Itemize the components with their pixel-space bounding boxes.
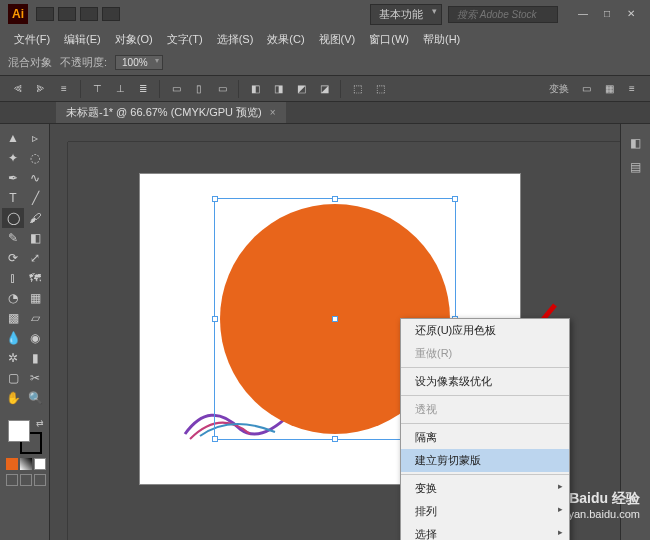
menu-window[interactable]: 窗口(W)	[363, 30, 415, 49]
title-quick-icons	[36, 7, 120, 21]
free-transform-tool[interactable]: 🗺	[24, 268, 46, 288]
gradient-tool[interactable]: ▱	[24, 308, 46, 328]
properties-panel-icon[interactable]: ◧	[625, 132, 647, 154]
ellipse-tool[interactable]: ◯	[2, 208, 24, 228]
selection-handle[interactable]	[332, 196, 338, 202]
transform-label[interactable]: 变换	[545, 82, 573, 96]
pathfinder-icon[interactable]: ◩	[291, 80, 311, 98]
draw-normal-icon[interactable]	[6, 474, 18, 486]
align-top-icon[interactable]: ⊤	[87, 80, 107, 98]
direct-selection-tool[interactable]: ▹	[24, 128, 46, 148]
close-tab-icon[interactable]: ×	[270, 107, 276, 118]
title-icon[interactable]	[80, 7, 98, 21]
artboard-tool[interactable]: ▢	[2, 368, 24, 388]
curvature-tool[interactable]: ∿	[24, 168, 46, 188]
align-left-icon[interactable]: ⫷	[8, 80, 28, 98]
none-swatch[interactable]	[34, 458, 46, 470]
selection-handle[interactable]	[212, 436, 218, 442]
scale-tool[interactable]: ⤢	[24, 248, 46, 268]
slice-tool[interactable]: ✂	[24, 368, 46, 388]
close-button[interactable]: ✕	[620, 7, 642, 21]
title-icon[interactable]	[36, 7, 54, 21]
document-tab-row: 未标题-1* @ 66.67% (CMYK/GPU 预览) ×	[0, 102, 650, 124]
separator	[401, 395, 569, 396]
title-icon[interactable]	[58, 7, 76, 21]
control-bar: 混合对象 不透明度: 100%	[0, 50, 650, 76]
draw-behind-icon[interactable]	[20, 474, 32, 486]
type-tool[interactable]: T	[2, 188, 24, 208]
align-bottom-icon[interactable]: ≣	[133, 80, 153, 98]
pathfinder-icon[interactable]: ◧	[245, 80, 265, 98]
eraser-tool[interactable]: ◧	[24, 228, 46, 248]
paintbrush-tool[interactable]: 🖌	[24, 208, 46, 228]
pen-tool[interactable]: ✒	[2, 168, 24, 188]
fill-swatch[interactable]	[8, 420, 30, 442]
column-graph-tool[interactable]: ▮	[24, 348, 46, 368]
selection-handle[interactable]	[212, 196, 218, 202]
selection-center[interactable]	[332, 316, 338, 322]
cm-isolate[interactable]: 隔离	[401, 426, 569, 449]
color-swatch-orange[interactable]	[6, 458, 18, 470]
distribute-icon[interactable]: ▭	[212, 80, 232, 98]
perspective-grid-tool[interactable]: ▦	[24, 288, 46, 308]
menu-help[interactable]: 帮助(H)	[417, 30, 466, 49]
line-tool[interactable]: ╱	[24, 188, 46, 208]
symbol-sprayer-tool[interactable]: ✲	[2, 348, 24, 368]
pathfinder-icon[interactable]: ◪	[314, 80, 334, 98]
align-hcenter-icon[interactable]: ⫸	[31, 80, 51, 98]
zoom-tool[interactable]: 🔍	[24, 388, 46, 408]
hand-tool[interactable]: ✋	[2, 388, 24, 408]
menu-type[interactable]: 文字(T)	[161, 30, 209, 49]
search-stock-input[interactable]	[448, 6, 558, 23]
selection-handle[interactable]	[332, 436, 338, 442]
workspace-dropdown[interactable]: 基本功能	[370, 4, 442, 25]
selection-handle[interactable]	[212, 316, 218, 322]
menu-edit[interactable]: 编辑(E)	[58, 30, 107, 49]
fill-stroke-control[interactable]: ⇄	[8, 420, 42, 454]
menu-object[interactable]: 对象(O)	[109, 30, 159, 49]
maximize-button[interactable]: □	[596, 7, 618, 21]
cm-pixel-optimize[interactable]: 设为像素级优化	[401, 370, 569, 393]
align-right-icon[interactable]: ≡	[54, 80, 74, 98]
libraries-panel-icon[interactable]: ▤	[625, 156, 647, 178]
cm-select[interactable]: 选择	[401, 523, 569, 540]
distribute-icon[interactable]: ▯	[189, 80, 209, 98]
cm-make-clipping-mask[interactable]: 建立剪切蒙版	[401, 449, 569, 472]
align-vcenter-icon[interactable]: ⊥	[110, 80, 130, 98]
cm-transform[interactable]: 变换	[401, 477, 569, 500]
separator	[159, 80, 160, 98]
cm-undo[interactable]: 还原(U)应用色板	[401, 319, 569, 342]
shape-mode-icon[interactable]: ⬚	[370, 80, 390, 98]
mesh-tool[interactable]: ▩	[2, 308, 24, 328]
menu-view[interactable]: 视图(V)	[313, 30, 362, 49]
shape-builder-tool[interactable]: ◔	[2, 288, 24, 308]
document-tab[interactable]: 未标题-1* @ 66.67% (CMYK/GPU 预览) ×	[56, 102, 286, 123]
menu-file[interactable]: 文件(F)	[8, 30, 56, 49]
selection-handle[interactable]	[452, 196, 458, 202]
shape-mode-icon[interactable]: ⬚	[347, 80, 367, 98]
panel-icon[interactable]: ≡	[622, 80, 642, 98]
blend-tool[interactable]: ◉	[24, 328, 46, 348]
swap-fill-stroke-icon[interactable]: ⇄	[36, 418, 44, 428]
width-tool[interactable]: ⫿	[2, 268, 24, 288]
panel-icon[interactable]: ▦	[599, 80, 619, 98]
lasso-tool[interactable]: ◌	[24, 148, 46, 168]
cm-arrange[interactable]: 排列	[401, 500, 569, 523]
selection-tool[interactable]: ▲	[2, 128, 24, 148]
draw-inside-icon[interactable]	[34, 474, 46, 486]
minimize-button[interactable]: —	[572, 7, 594, 21]
panel-icon[interactable]: ▭	[576, 80, 596, 98]
magic-wand-tool[interactable]: ✦	[2, 148, 24, 168]
opacity-dropdown[interactable]: 100%	[115, 55, 163, 70]
title-icon[interactable]	[102, 7, 120, 21]
separator	[80, 80, 81, 98]
rotate-tool[interactable]: ⟳	[2, 248, 24, 268]
distribute-icon[interactable]: ▭	[166, 80, 186, 98]
menu-select[interactable]: 选择(S)	[211, 30, 260, 49]
shaper-tool[interactable]: ✎	[2, 228, 24, 248]
pathfinder-icon[interactable]: ◨	[268, 80, 288, 98]
menu-effect[interactable]: 效果(C)	[261, 30, 310, 49]
eyedropper-tool[interactable]: 💧	[2, 328, 24, 348]
opacity-label: 不透明度:	[60, 55, 107, 70]
gradient-swatch[interactable]	[20, 458, 32, 470]
